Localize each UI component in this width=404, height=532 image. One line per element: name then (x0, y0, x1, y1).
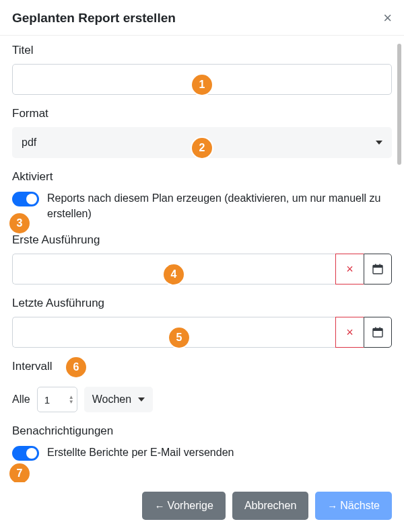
annotation-badge-2: 2 (192, 138, 212, 158)
chevron-down-icon (376, 141, 382, 145)
field-interval-label: Intervall (12, 360, 53, 373)
modal-body: Titel 1 Format pdf 2 Aktiviert Reports n… (0, 36, 404, 482)
activated-description: Reports nach diesem Plan erzeugen (deakt… (47, 190, 392, 221)
svg-rect-7 (379, 328, 380, 330)
interval-value: 1 (44, 394, 50, 406)
previous-button[interactable]: ← Vorherige (142, 492, 226, 520)
annotation-badge-3: 3 (9, 213, 30, 233)
notifications-toggle[interactable] (12, 446, 39, 461)
svg-rect-1 (373, 266, 382, 268)
modal-title: Geplanten Report erstellen (12, 11, 176, 26)
svg-rect-3 (379, 264, 380, 267)
annotation-badge-5: 5 (169, 328, 189, 348)
svg-rect-2 (375, 264, 376, 267)
annotation-badge-1: 1 (192, 75, 212, 95)
chevron-down-icon (138, 397, 145, 402)
previous-button-label: Vorherige (167, 500, 213, 512)
field-title: Titel 1 (12, 44, 392, 95)
notifications-description: Erstellte Berichte per E-Mail versenden (47, 445, 234, 460)
stepper-down-icon[interactable]: ▼ (69, 400, 74, 404)
annotation-badge-7: 7 (9, 463, 30, 482)
next-button-label: Nächste (340, 500, 380, 512)
field-last-run-label: Letzte Ausführung (12, 297, 392, 310)
svg-rect-5 (373, 329, 382, 332)
arrow-right-icon: → (327, 500, 337, 512)
quantity-stepper: ▲ ▼ (69, 395, 74, 404)
interval-number-input[interactable]: 1 ▲ ▼ (37, 387, 77, 412)
annotation-badge-4: 4 (164, 264, 184, 284)
first-run-clear-button[interactable]: × (335, 254, 364, 284)
close-icon: × (346, 326, 354, 340)
calendar-icon (372, 327, 383, 338)
svg-rect-6 (375, 328, 376, 330)
scrollbar-thumb[interactable] (397, 44, 401, 165)
close-button[interactable]: × (383, 11, 392, 26)
field-format-label: Format (12, 107, 392, 120)
last-run-calendar-button[interactable] (364, 317, 392, 348)
format-selected-value: pdf (22, 137, 36, 149)
next-button[interactable]: → Nächste (315, 492, 392, 520)
field-title-label: Titel (12, 44, 392, 57)
cancel-button-label: Abbrechen (244, 500, 296, 512)
calendar-icon (372, 264, 383, 274)
field-format: Format pdf 2 (12, 107, 392, 158)
annotation-badge-6: 6 (66, 357, 86, 377)
field-activated: Aktiviert Reports nach diesem Plan erzeu… (12, 170, 392, 221)
field-first-run-label: Erste Ausführung (12, 233, 392, 247)
arrow-left-icon: ← (154, 500, 164, 512)
last-run-clear-button[interactable]: × (335, 317, 364, 348)
interval-prefix: Alle (12, 393, 30, 406)
activated-toggle[interactable] (12, 192, 39, 206)
field-notifications: Benachrichtigungen Erstellte Berichte pe… (12, 424, 392, 461)
close-icon: × (346, 262, 354, 276)
modal-footer: ← Vorherige Abbrechen → Nächste (0, 482, 404, 532)
field-notifications-label: Benachrichtigungen (12, 424, 392, 438)
first-run-calendar-button[interactable] (364, 254, 392, 284)
cancel-button[interactable]: Abbrechen (232, 492, 308, 520)
field-first-run: Erste Ausführung × 4 (12, 233, 392, 284)
field-last-run: Letzte Ausführung × 5 (12, 297, 392, 348)
interval-unit-value: Wochen (92, 393, 131, 406)
modal-header: Geplanten Report erstellen × (0, 0, 404, 36)
field-interval: Intervall 6 Alle 1 ▲ ▼ Wochen (12, 360, 392, 412)
field-activated-label: Aktiviert (12, 170, 392, 184)
interval-unit-select[interactable]: Wochen (84, 387, 153, 412)
modal-dialog: Geplanten Report erstellen × Titel 1 For… (0, 0, 404, 532)
